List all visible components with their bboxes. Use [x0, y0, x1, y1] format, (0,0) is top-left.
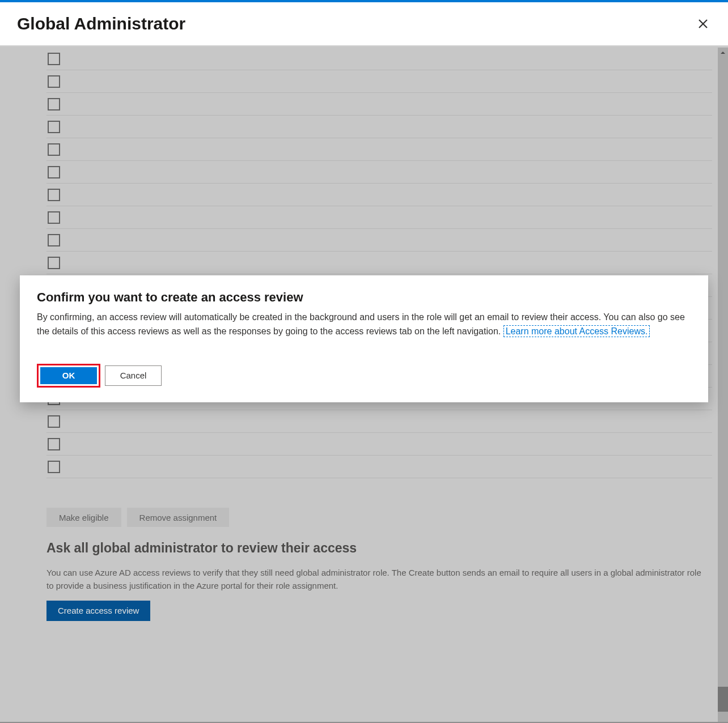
table-row[interactable]: [46, 433, 712, 456]
table-row[interactable]: [46, 456, 712, 478]
row-checkbox[interactable]: [48, 75, 60, 88]
row-checkbox[interactable]: [48, 98, 60, 110]
assignments-list: [46, 48, 712, 478]
table-row[interactable]: [46, 229, 712, 252]
table-row[interactable]: [46, 410, 712, 433]
table-row[interactable]: [46, 93, 712, 116]
table-row[interactable]: [46, 252, 712, 274]
ok-button[interactable]: OK: [40, 367, 97, 384]
row-checkbox[interactable]: [48, 189, 60, 201]
review-heading: Ask all global administrator to review t…: [46, 541, 705, 556]
cancel-button[interactable]: Cancel: [105, 365, 162, 386]
dialog-buttons: OK Cancel: [37, 364, 691, 388]
close-button[interactable]: [695, 16, 711, 32]
scroll-up-button[interactable]: [718, 48, 728, 58]
row-checkbox[interactable]: [48, 461, 60, 473]
row-checkbox[interactable]: [48, 166, 60, 178]
row-checkbox[interactable]: [48, 415, 60, 428]
create-access-review-button[interactable]: Create access review: [46, 601, 150, 621]
table-row[interactable]: [46, 184, 712, 206]
row-checkbox[interactable]: [48, 234, 60, 246]
table-row[interactable]: [46, 206, 712, 229]
table-row[interactable]: [46, 70, 712, 93]
dialog-text: By confirming, an access review will aut…: [37, 311, 691, 339]
list-actions: Make eligible Remove assignment: [46, 508, 229, 527]
make-eligible-button[interactable]: Make eligible: [46, 508, 121, 527]
table-row[interactable]: [46, 161, 712, 184]
row-checkbox[interactable]: [48, 211, 60, 224]
scrollbar-thumb[interactable]: [718, 687, 728, 712]
confirm-dialog: Confirm you want to create an access rev…: [20, 275, 708, 402]
row-checkbox[interactable]: [48, 257, 60, 269]
dialog-title: Confirm you want to create an access rev…: [37, 290, 691, 305]
close-icon: [698, 19, 708, 29]
panel-header: Global Administrator: [0, 2, 728, 46]
scrollbar-track[interactable]: [718, 48, 728, 722]
row-checkbox[interactable]: [48, 438, 60, 450]
table-row[interactable]: [46, 138, 712, 161]
table-row[interactable]: [46, 48, 712, 70]
table-row[interactable]: [46, 116, 712, 138]
learn-more-link[interactable]: Learn more about Access Reviews.: [503, 325, 650, 337]
ok-highlight: OK: [37, 364, 100, 388]
row-checkbox[interactable]: [48, 143, 60, 156]
chevron-up-icon: [720, 50, 726, 56]
page-title: Global Administrator: [17, 14, 185, 33]
review-description: You can use Azure AD access reviews to v…: [46, 566, 705, 593]
remove-assignment-button[interactable]: Remove assignment: [127, 508, 230, 527]
row-checkbox[interactable]: [48, 53, 60, 65]
row-checkbox[interactable]: [48, 121, 60, 133]
access-review-section: Ask all global administrator to review t…: [46, 541, 705, 621]
